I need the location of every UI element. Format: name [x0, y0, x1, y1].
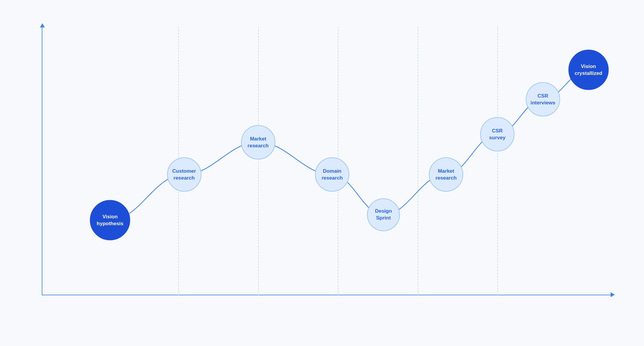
node-market-research-2[interactable]: Market research [429, 157, 463, 192]
node-customer-research[interactable]: Customer research [167, 157, 201, 192]
node-label-customer-research: Customer research [170, 165, 198, 184]
chart-container: Vision hypothesisCustomer researchMarket… [15, 15, 629, 331]
grid-line [258, 27, 259, 295]
node-domain-research[interactable]: Domain research [315, 157, 349, 192]
node-label-csr-interviews: CSR interviews [528, 90, 558, 109]
grid-line [418, 27, 418, 295]
node-market-research-1[interactable]: Market research [241, 125, 275, 160]
y-axis-arrow [40, 23, 45, 27]
node-vision-crystallized[interactable]: Vision crystallized [568, 50, 609, 90]
node-design-sprint[interactable]: Design Sprint [367, 198, 400, 231]
node-vision-hypothesis[interactable]: Vision hypothesis [90, 200, 130, 240]
node-label-market-research-2: Market research [433, 165, 459, 184]
y-axis [42, 27, 42, 295]
node-csr-interviews[interactable]: CSR interviews [526, 82, 560, 117]
node-label-design-sprint: Design Sprint [373, 206, 394, 224]
node-label-vision-hypothesis: Vision hypothesis [94, 211, 126, 229]
node-label-csr-survey: CSR survey [487, 125, 508, 143]
x-axis-arrow [611, 292, 615, 297]
x-axis [42, 295, 611, 295]
node-label-vision-crystallized: Vision crystallized [572, 61, 605, 79]
grid-line [497, 27, 498, 295]
node-label-market-research-1: Market research [245, 133, 271, 152]
node-csr-survey[interactable]: CSR survey [480, 117, 515, 152]
node-label-domain-research: Domain research [319, 165, 345, 184]
chart-area: Vision hypothesisCustomer researchMarket… [42, 27, 611, 295]
